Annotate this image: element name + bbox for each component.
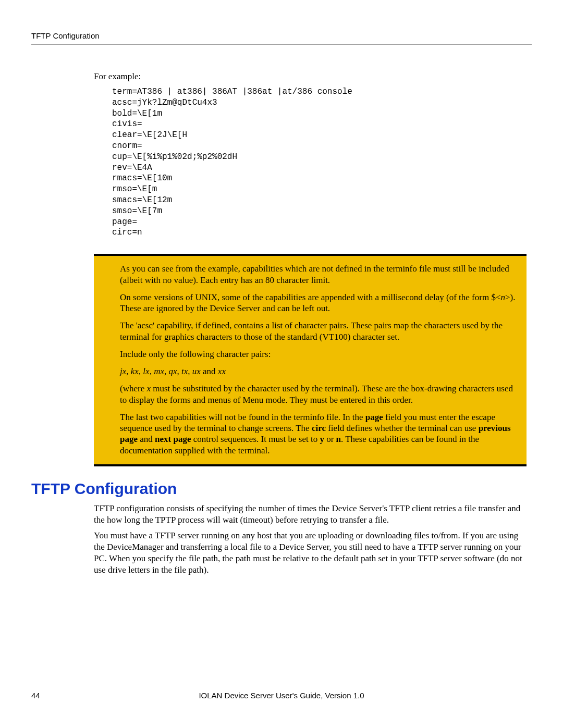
note-paragraph: On some versions of UNIX, some of the ca…	[120, 292, 521, 314]
code-block: term=AT386 | at386| 386AT |386at |at/386…	[112, 87, 527, 238]
note-character-pairs: jx, kx, lx, mx, qx, tx, ux and xx	[120, 366, 521, 377]
running-head: TFTP Configuration	[31, 31, 532, 45]
section-body: TFTP configuration consists of specifyin…	[94, 503, 527, 576]
note-box: As you can see from the example, capabil…	[94, 256, 527, 466]
example-block: For example: term=AT386 | at386| 386AT |…	[94, 71, 527, 238]
section-heading-tftp-configuration: TFTP Configuration	[31, 480, 532, 498]
body-paragraph: You must have a TFTP server running on a…	[94, 530, 527, 576]
note-paragraph: As you can see from the example, capabil…	[120, 263, 521, 286]
note-paragraph: The 'acsc' capability, if defined, conta…	[120, 320, 521, 342]
example-label: For example:	[94, 71, 527, 82]
note-container: As you can see from the example, capabil…	[94, 254, 527, 466]
page-footer: 44 IOLAN Device Server User's Guide, Ver…	[31, 691, 532, 700]
page-number: 44	[31, 691, 40, 700]
footer-title: IOLAN Device Server User's Guide, Versio…	[199, 691, 364, 700]
note-paragraph: (where x must be substituted by the char…	[120, 383, 521, 405]
body-paragraph: TFTP configuration consists of specifyin…	[94, 503, 527, 526]
page: TFTP Configuration For example: term=AT3…	[0, 0, 563, 728]
note-paragraph: The last two capabilities will not be fo…	[120, 412, 521, 456]
note-paragraph: Include only the following character pai…	[120, 349, 521, 360]
